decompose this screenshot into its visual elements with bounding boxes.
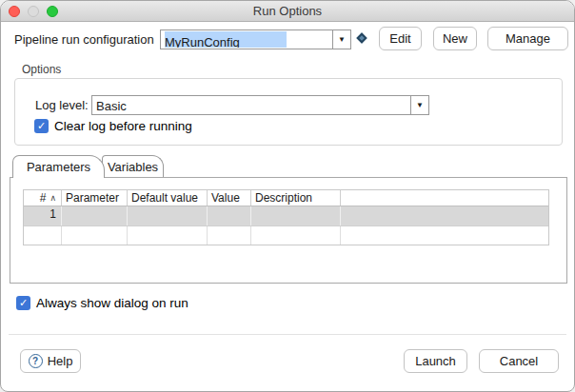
cell-description[interactable]	[251, 206, 341, 225]
manage-button[interactable]: Manage	[487, 27, 568, 50]
chevron-down-icon[interactable]: ▼	[332, 30, 350, 49]
clear-log-checkbox-row[interactable]: ✓ Clear log before running	[34, 119, 192, 133]
window-title: Run Options	[1, 1, 574, 22]
cell-value[interactable]	[208, 206, 251, 225]
always-show-checkbox-row[interactable]: ✓ Always show dialog on run	[16, 296, 188, 310]
always-show-label: Always show dialog on run	[36, 296, 188, 310]
options-group-label: Options	[22, 63, 61, 76]
column-header-description[interactable]: Description	[251, 190, 341, 206]
launch-button[interactable]: Launch	[404, 349, 467, 373]
help-button[interactable]: ? Help	[20, 349, 81, 373]
table-header-row: #∧ Parameter Default value Value Descrip…	[24, 190, 548, 206]
tab-parameters[interactable]: Parameters	[12, 155, 105, 178]
column-header-default-value[interactable]: Default value	[128, 190, 208, 206]
new-button[interactable]: New	[433, 27, 477, 50]
footer-separator	[9, 334, 566, 335]
cancel-button[interactable]: Cancel	[479, 349, 559, 373]
help-question-icon: ?	[29, 354, 43, 368]
titlebar: Run Options	[1, 1, 574, 22]
log-level-combo[interactable]: Basic ▼	[91, 95, 429, 115]
run-configuration-combo[interactable]: MyRunConfig ▼	[160, 29, 351, 49]
traffic-lights	[9, 6, 58, 17]
run-options-dialog: Run Options Pipeline run configuration M…	[0, 0, 575, 392]
table-row-selected[interactable]: 1	[24, 206, 548, 225]
column-header-num[interactable]: #∧	[24, 190, 62, 206]
chevron-down-icon[interactable]: ▼	[410, 96, 428, 114]
zoom-button[interactable]	[47, 6, 58, 17]
log-level-label: Log level:	[35, 98, 89, 112]
parameters-table: #∧ Parameter Default value Value Descrip…	[23, 189, 549, 245]
cell-filler	[341, 206, 548, 225]
close-button[interactable]	[9, 6, 20, 17]
table-row-empty[interactable]	[24, 225, 548, 245]
cell-num[interactable]: 1	[24, 206, 62, 225]
pipeline-run-configuration-label: Pipeline run configuration	[14, 32, 154, 47]
column-header-value[interactable]: Value	[208, 190, 251, 206]
help-button-label: Help	[48, 354, 73, 368]
cell-default-value[interactable]	[128, 206, 208, 225]
log-level-value: Basic	[93, 97, 409, 113]
column-header-filler	[341, 190, 548, 206]
clear-log-label: Clear log before running	[54, 119, 192, 133]
edit-button[interactable]: Edit	[379, 27, 422, 50]
run-configuration-value: MyRunConfig	[162, 31, 331, 48]
checkbox-checked-icon[interactable]: ✓	[16, 296, 30, 310]
tab-variables[interactable]: Variables	[102, 155, 164, 178]
parameters-tab-panel: #∧ Parameter Default value Value Descrip…	[10, 177, 567, 284]
checkbox-checked-icon[interactable]: ✓	[34, 119, 49, 133]
variable-diamond-icon[interactable]	[356, 32, 367, 43]
sort-ascending-icon: ∧	[50, 193, 56, 203]
minimize-button	[28, 6, 39, 17]
cell-parameter[interactable]	[62, 206, 128, 225]
column-header-parameter[interactable]: Parameter	[62, 190, 128, 206]
